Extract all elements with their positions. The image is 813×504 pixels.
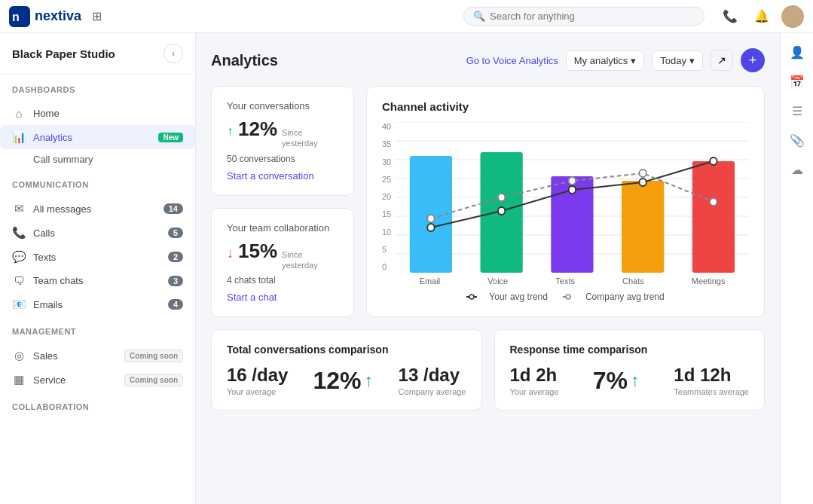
avatar[interactable]	[781, 5, 804, 28]
list-icon[interactable]: ☰	[792, 104, 802, 118]
sales-label: Sales	[33, 350, 114, 362]
collab-card-title: Your team collaboration	[227, 222, 338, 234]
legend-your-trend: Your avg trend	[466, 292, 548, 302]
y-label-20: 20	[382, 192, 391, 201]
trend-up-icon: ↑	[227, 124, 234, 139]
add-button[interactable]: +	[741, 48, 765, 72]
company-dot-3	[569, 177, 576, 185]
header-actions: Go to Voice Analytics My analytics ▾ Tod…	[466, 48, 765, 72]
home-label: Home	[33, 108, 183, 119]
conversations-count: 50 conversations	[227, 154, 338, 164]
search-bar[interactable]: 🔍	[463, 7, 704, 26]
conversations-since: Sinceyesterday	[282, 127, 318, 149]
page-title: Analytics	[211, 52, 278, 69]
paperclip-icon[interactable]: 📎	[790, 133, 805, 148]
sidebar-item-calls[interactable]: 📞 Calls 5	[0, 221, 195, 245]
sidebar-item-service[interactable]: ▦ Service Coming soon	[0, 368, 195, 392]
total-conversations-card: Total conversations comparison 16 /day Y…	[211, 329, 482, 411]
voice-analytics-link[interactable]: Go to Voice Analytics	[466, 55, 558, 66]
user-circle-icon[interactable]: 👤	[790, 45, 805, 60]
bar-meetings	[692, 161, 735, 273]
x-label-voice: Voice	[487, 276, 508, 286]
top-nav: n nextiva ⊞ 🔍 📞 🔔	[0, 0, 813, 33]
dashboards-section: Dashboards	[0, 75, 195, 102]
x-label-texts: Texts	[555, 276, 575, 286]
chart-title: Channel activity	[382, 100, 749, 113]
bell-icon[interactable]: 🔔	[750, 5, 774, 29]
calls-label: Calls	[33, 228, 160, 239]
sidebar-item-emails[interactable]: 📧 Emails 4	[0, 292, 195, 316]
total-pct: 12% ↑	[313, 367, 373, 395]
management-label: Management	[12, 327, 183, 336]
right-icon-rail: 👤 📅 ☰ 📎 ☁	[780, 33, 813, 504]
communication-section: Communication	[0, 170, 195, 197]
service-badge: Coming soon	[124, 374, 183, 386]
texts-icon: 💬	[12, 250, 26, 264]
chevron-down-icon: ▾	[689, 55, 695, 66]
y-label-15: 15	[382, 209, 391, 218]
sidebar-item-analytics[interactable]: 📊 Analytics New	[0, 125, 195, 149]
company-avg-label: Company average	[399, 387, 466, 396]
sidebar-collapse-button[interactable]: ‹	[164, 44, 183, 63]
company-dot-1	[427, 215, 434, 222]
nav-icons: 📞 🔔	[718, 5, 804, 29]
y-label-25: 25	[382, 175, 391, 184]
today-dropdown[interactable]: Today ▾	[652, 50, 703, 71]
response-time-title: Response time comparison	[510, 344, 750, 356]
channel-activity-card: Channel activity 0 5 10 15 20 25 30 35 4…	[366, 86, 765, 317]
search-input[interactable]	[490, 11, 695, 22]
sidebar-item-home[interactable]: ⌂ Home	[0, 102, 195, 125]
service-label: Service	[33, 374, 114, 386]
svg-text:n: n	[12, 11, 20, 23]
collab-count: 4 chats total	[227, 275, 338, 286]
response-teammates-label: Teammates average	[674, 387, 749, 396]
calendar-icon[interactable]: 📅	[790, 75, 805, 89]
service-icon: ▦	[12, 373, 26, 386]
response-trend-icon: ↑	[631, 370, 640, 391]
y-label-40: 40	[382, 122, 391, 131]
conversations-card-title: Your conversations	[227, 100, 338, 111]
bar-chats	[622, 181, 664, 273]
chart-legend: Your avg trend Company avg trend	[382, 292, 749, 302]
grid-icon[interactable]: ⊞	[92, 9, 102, 23]
emails-badge: 4	[168, 299, 183, 310]
svg-point-3	[784, 20, 801, 28]
collab-pct: 15%	[238, 240, 277, 263]
sidebar-item-team-chats[interactable]: 🗨 Team chats 3	[0, 269, 195, 292]
start-chat-link[interactable]: Start a chat	[227, 292, 277, 303]
trend-dot-3	[569, 186, 576, 194]
sidebar-item-sales[interactable]: ◎ Sales Coming soon	[0, 344, 195, 368]
legend-company-trend: Company avg trend	[563, 292, 665, 302]
response-time-card: Response time comparison 1d 2h Your aver…	[494, 329, 766, 411]
sales-icon: ◎	[12, 349, 26, 362]
conversations-metric: ↑ 12% Sinceyesterday	[227, 118, 338, 149]
collab-since: Sinceyesterday	[282, 249, 318, 271]
call-summary-label: Call summary	[33, 154, 93, 165]
texts-label: Texts	[33, 252, 160, 263]
sidebar-item-call-summary[interactable]: Call summary	[0, 149, 195, 170]
sidebar-item-all-messages[interactable]: ✉ All messages 14	[0, 197, 195, 221]
left-column: Your conversations ↑ 12% Sinceyesterday …	[211, 86, 354, 317]
trend-dot-2	[498, 207, 505, 215]
company-avg-value: 13 /day	[399, 365, 466, 386]
legend-solid-line-icon	[466, 293, 484, 301]
sidebar-item-texts[interactable]: 💬 Texts 2	[0, 245, 195, 269]
logo-icon: n	[9, 6, 30, 27]
search-icon: 🔍	[473, 11, 485, 22]
my-analytics-dropdown[interactable]: My analytics ▾	[566, 50, 645, 71]
your-avg-value: 16 /day	[227, 365, 288, 386]
company-avg-block: 13 /day Company average	[399, 365, 466, 396]
calls-icon: 📞	[12, 226, 26, 240]
cloud-icon[interactable]: ☁	[791, 163, 803, 177]
emails-label: Emails	[33, 299, 160, 310]
all-messages-label: All messages	[33, 203, 156, 215]
y-label-30: 30	[382, 157, 391, 166]
your-avg-label: Your average	[227, 387, 288, 396]
home-icon: ⌂	[12, 107, 26, 120]
collab-metric: ↓ 15% Sinceyesterday	[227, 240, 338, 271]
dashboards-label: Dashboards	[12, 85, 183, 94]
phone-icon[interactable]: 📞	[718, 5, 742, 29]
share-button[interactable]: ↗	[711, 50, 733, 71]
main-content: Analytics Go to Voice Analytics My analy…	[196, 33, 780, 504]
start-conversation-link[interactable]: Start a conversation	[227, 170, 314, 182]
